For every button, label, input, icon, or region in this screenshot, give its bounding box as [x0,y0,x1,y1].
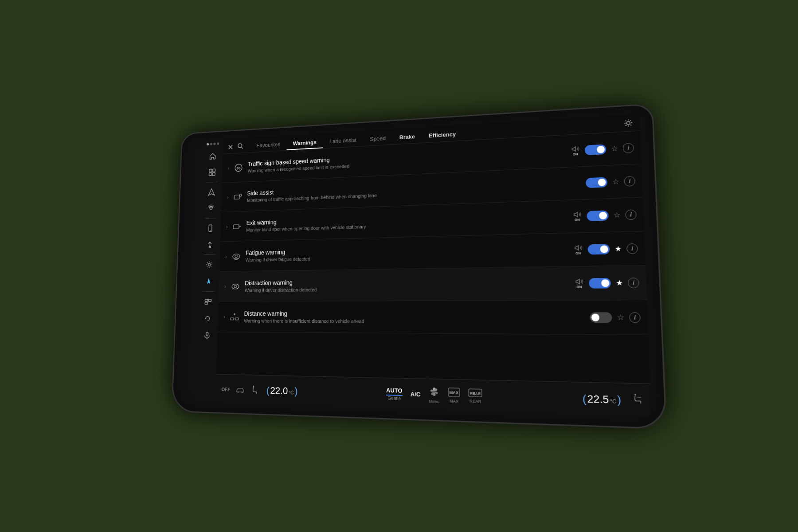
climate-heated-rear-icon[interactable] [633,393,644,407]
tab-speed[interactable]: Speed [363,131,392,146]
star-icon[interactable]: ☆ [612,177,619,186]
on-badge: ON [575,251,581,255]
svg-point-17 [626,121,630,125]
info-icon[interactable]: i [625,209,637,220]
tab-lane-assist[interactable]: Lane assist [323,133,363,148]
svg-rect-9 [205,299,207,301]
sound-control[interactable]: ON [571,145,580,156]
svg-rect-20 [234,195,239,199]
climate-max-button[interactable]: MAX MAX [448,387,460,403]
dot-4 [217,142,219,145]
info-icon[interactable]: i [626,243,638,254]
svg-rect-0 [209,169,211,172]
svg-text:MAX: MAX [449,390,458,395]
item-subtitle: Warning if driver distraction detected [245,285,575,293]
sidebar-icon-settings[interactable] [202,257,216,272]
item-controls: ON ★ i [575,278,639,289]
item-text: Fatigue warning Warning if driver fatigu… [246,243,575,262]
sound-control[interactable]: ON [575,278,584,289]
toggle-knob [598,178,606,186]
car-display: ✕ Favourites Warnings Lane assist Speed … [171,103,667,430]
sound-control[interactable]: ON [574,244,583,254]
item-controls: ☆ i [590,312,641,323]
star-icon-filled[interactable]: ★ [614,244,622,254]
on-badge: ON [575,218,580,222]
sidebar-divider-3 [203,254,215,255]
dot-2 [210,143,212,145]
toggle-knob [597,145,605,153]
star-icon[interactable]: ☆ [617,313,624,322]
item-title: Distance warning [244,310,590,317]
svg-text:REAR: REAR [470,391,481,396]
info-icon[interactable]: i [629,312,641,323]
info-icon[interactable]: i [628,278,639,288]
search-button[interactable] [237,142,243,151]
temp-right-close-paren: ) [617,393,622,406]
climate-auto-sub: Gentle [386,395,403,401]
toggle-exit-warning[interactable] [587,210,609,221]
temp-left-open-paren: ( [266,384,270,396]
climate-auto-mode[interactable]: AUTO Gentle [386,387,403,401]
item-controls: ON ☆ i [571,143,634,156]
dot-3 [213,143,215,145]
toggle-knob [600,245,608,253]
climate-temp-right: ( 22.5 °C ) [583,392,622,406]
climate-rear-button[interactable]: REAR REAR [468,388,482,404]
sound-control[interactable]: ON [573,211,582,221]
sidebar-icon-apps[interactable] [205,165,219,180]
temp-left-value: 22.0 [270,385,288,397]
star-icon-filled[interactable]: ★ [616,278,623,288]
sidebar-icon-nav[interactable] [204,184,219,200]
toggle-distraction-warning[interactable] [589,278,611,288]
star-icon[interactable]: ☆ [611,144,618,153]
warnings-list: › 80 Traffic sign-based speed warning Wa… [216,131,650,383]
temp-left-close-paren: ) [294,385,297,397]
climate-off-label[interactable]: OFF [221,387,230,392]
infotainment-screen: ✕ Favourites Warnings Lane assist Speed … [194,113,652,417]
toggle-knob [591,313,600,321]
item-controls: ON ★ i [574,243,638,254]
climate-rear-label: REAR [468,399,482,404]
info-icon[interactable]: i [624,176,635,186]
chevron-icon: › [223,314,225,320]
sidebar-icon-mic[interactable] [200,328,214,343]
star-icon[interactable]: ☆ [613,211,620,219]
tab-efficiency[interactable]: Efficiency [422,127,463,142]
toggle-fatigue-warning[interactable] [588,244,610,254]
sidebar-divider-4 [203,291,214,292]
close-button[interactable]: ✕ [227,143,233,152]
tab-favourites[interactable]: Favourites [250,137,286,152]
svg-rect-11 [205,302,207,305]
svg-rect-1 [212,169,215,172]
temp-left-unit: °C [289,390,294,395]
list-item[interactable]: › Distance warning Warning when there is… [218,300,649,335]
sidebar-divider-2 [205,218,216,219]
settings-gear-icon[interactable] [623,117,634,130]
toggle-traffic-sign[interactable] [585,144,606,155]
sidebar-icon-home[interactable] [205,149,219,164]
sidebar-icon-extra2[interactable] [200,311,215,326]
toggle-distance-warning[interactable] [590,312,612,323]
info-icon[interactable]: i [623,143,634,153]
item-icon-exit-warning [231,220,243,232]
climate-car-icon [236,386,245,393]
sidebar-icon-phone[interactable] [203,221,217,236]
climate-ac-button[interactable]: A/C [411,391,421,398]
toggle-side-assist[interactable] [586,177,607,188]
tab-brake[interactable]: Brake [392,129,422,144]
svg-rect-2 [209,173,211,176]
sidebar-icon-connect[interactable] [203,237,217,252]
item-text: Exit warning Monitor blind spot when ope… [246,209,573,233]
svg-point-25 [232,284,239,289]
tab-warnings[interactable]: Warnings [286,135,323,150]
climate-fan-control[interactable]: Menu [429,386,440,404]
item-icon-distraction-warning [230,280,241,292]
sidebar-icon-extra1[interactable] [201,294,215,309]
list-item[interactable]: › Distraction warning Warning if driver … [219,266,647,302]
chevron-icon: › [224,283,226,289]
climate-auto-label: AUTO [386,387,403,396]
sidebar-icon-radio[interactable] [204,201,218,216]
item-text: Distraction warning Warning if driver di… [245,276,575,293]
sidebar-icon-map[interactable] [201,274,215,289]
climate-fan-label: Menu [429,399,440,404]
